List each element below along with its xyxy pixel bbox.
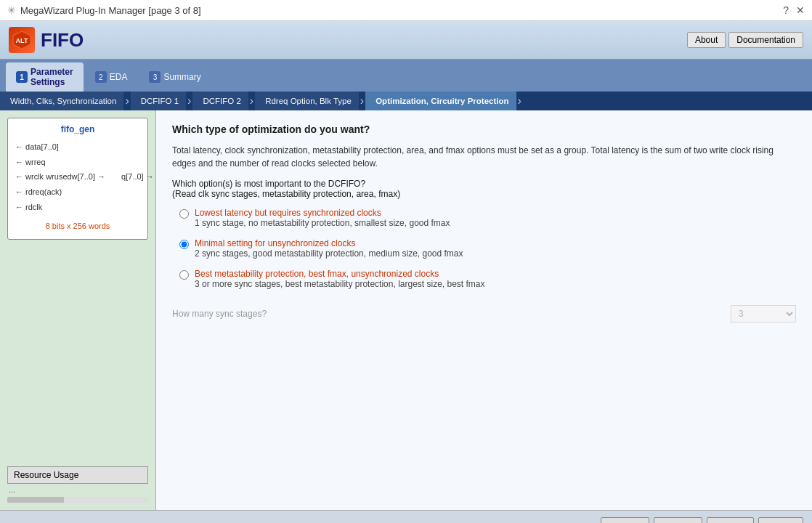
tab-number-1: 1: [16, 71, 28, 83]
logo-icon: ALT: [9, 27, 35, 53]
radio-option-1: Lowest latency but requires synchronized…: [179, 208, 796, 228]
main-area: fifo_gen ← data[7..0] ← wrreq q[7..0] → …: [0, 110, 812, 510]
tab-parameter[interactable]: 1 ParameterSettings: [6, 62, 84, 92]
radio-sub-label-1: 1 sync stage, no metastability protectio…: [195, 218, 450, 228]
tab-label-summary: Summary: [163, 72, 200, 82]
tab-label-parameter: ParameterSettings: [31, 67, 73, 87]
next-button[interactable]: Next >: [707, 517, 754, 524]
tabs-row: 1 ParameterSettings 2 EDA 3 Summary: [0, 60, 812, 92]
sub-question: Which option(s) is most important to the…: [172, 179, 796, 199]
title-bar-left: ✳ MegaWizard Plug-In Manager [page 3 of …: [7, 4, 201, 16]
tab-number-2: 2: [95, 71, 107, 83]
finish-button[interactable]: Finish: [758, 517, 803, 524]
radio-opt2[interactable]: [179, 240, 189, 249]
port-q: q[7..0] →: [107, 155, 154, 199]
radio-label-1: Lowest latency but requires synchronized…: [195, 208, 450, 228]
title-bar-title: MegaWizard Plug-In Manager [page 3 of 8]: [20, 5, 201, 16]
breadcrumb-rdreq[interactable]: Rdreq Option, Blk Type: [255, 92, 359, 110]
tab-number-3: 3: [149, 71, 161, 83]
info-text: Total latency, clock synchronization, me…: [172, 144, 796, 170]
radio-main-label-1: Lowest latency but requires synchronized…: [195, 208, 450, 218]
breadcrumb-optim-label: Optimization, Circuitry Protection: [375, 97, 508, 105]
content-panel: Which type of optimization do you want? …: [156, 110, 812, 510]
fifo-info: 8 bits x 256 words: [14, 219, 142, 233]
radio-group: Lowest latency but requires synchronized…: [179, 208, 796, 289]
cancel-button[interactable]: Cancel: [601, 517, 649, 524]
sync-stages-label: How many sync stages?: [172, 309, 731, 319]
fifo-title: fifo_gen: [14, 124, 142, 134]
breadcrumb-dcfifo1[interactable]: DCFIFO 1: [131, 92, 186, 110]
logo-area: ALT FIFO: [9, 27, 84, 53]
wizard-icon: ✳: [7, 4, 16, 16]
breadcrumb-dcfifo1-label: DCFIFO 1: [141, 97, 179, 105]
title-bar: ✳ MegaWizard Plug-In Manager [page 3 of …: [0, 0, 812, 21]
breadcrumb-width-label: Width, Clks, Synchronization: [10, 97, 116, 105]
footer: Cancel < Back Next > Finish: [0, 510, 812, 523]
close-button[interactable]: ✕: [796, 4, 805, 16]
help-button[interactable]: ?: [783, 4, 789, 16]
breadcrumb-dcfifo2[interactable]: DCFIFO 2: [192, 92, 248, 110]
radio-main-label-3: Best metastability protection, best fmax…: [195, 269, 485, 279]
port-rdreq: ← rdreq(ack): [15, 185, 105, 199]
port-wrclk: ← wrclk wrusedw[7..0] →: [15, 170, 105, 184]
breadcrumb-arrow-5: ›: [518, 94, 521, 108]
breadcrumb-arrow-2: ›: [187, 94, 191, 108]
fifo-diagram: ← data[7..0] ← wrreq q[7..0] → ← wrclk w…: [14, 139, 142, 233]
svg-text:ALT: ALT: [16, 37, 28, 44]
back-button[interactable]: < Back: [654, 517, 702, 524]
header-buttons: About Documentation: [687, 32, 803, 48]
logo-title: FIFO: [41, 29, 84, 52]
radio-label-3: Best metastability protection, best fmax…: [195, 269, 485, 289]
sync-stages-select[interactable]: 3: [731, 305, 796, 323]
fifo-ports-table: ← data[7..0] ← wrreq q[7..0] → ← wrclk w…: [14, 139, 155, 215]
radio-sub-label-2: 2 sync stages, good metastability protec…: [195, 248, 463, 259]
question-title: Which type of optimization do you want?: [172, 123, 796, 135]
radio-option-2: Minimal setting for unsynchronized clock…: [179, 238, 796, 259]
port-wrreq: ← wrreq: [15, 155, 105, 169]
breadcrumb-dcfifo2-label: DCFIFO 2: [203, 97, 240, 105]
breadcrumb-arrow-1: ›: [125, 94, 129, 108]
about-button[interactable]: About: [687, 32, 726, 48]
resource-ellipsis: ...: [7, 485, 148, 494]
radio-option-3: Best metastability protection, best fmax…: [179, 269, 796, 289]
title-bar-controls: ? ✕: [783, 4, 805, 16]
sidebar: fifo_gen ← data[7..0] ← wrreq q[7..0] → …: [0, 110, 156, 510]
fifo-box: fifo_gen ← data[7..0] ← wrreq q[7..0] → …: [7, 118, 148, 240]
radio-main-label-2: Minimal setting for unsynchronized clock…: [195, 238, 463, 248]
documentation-button[interactable]: Documentation: [728, 32, 803, 48]
port-data: ← data[7..0]: [15, 140, 105, 154]
resource-usage-button[interactable]: Resource Usage: [7, 466, 148, 484]
breadcrumb-row: Width, Clks, Synchronization › DCFIFO 1 …: [0, 92, 812, 110]
tab-eda[interactable]: 2 EDA: [85, 62, 138, 92]
tab-label-eda: EDA: [110, 72, 128, 82]
header: ALT FIFO About Documentation: [0, 21, 812, 60]
tab-summary[interactable]: 3 Summary: [139, 62, 211, 92]
breadcrumb-rdreq-label: Rdreq Option, Blk Type: [265, 97, 352, 105]
sidebar-scrollbar[interactable]: [7, 497, 148, 503]
sync-stages-row: How many sync stages? 3: [172, 301, 796, 327]
breadcrumb-arrow-3: ›: [250, 94, 253, 108]
radio-label-2: Minimal setting for unsynchronized clock…: [195, 238, 463, 259]
radio-opt1[interactable]: [179, 209, 189, 219]
breadcrumb-arrow-4: ›: [360, 94, 364, 108]
radio-sub-label-3: 3 or more sync stages, best metastabilit…: [195, 279, 485, 289]
breadcrumb-optim[interactable]: Optimization, Circuitry Protection: [365, 92, 516, 110]
breadcrumb-width[interactable]: Width, Clks, Synchronization: [0, 92, 123, 110]
radio-opt3[interactable]: [179, 270, 189, 280]
port-rdclk: ← rdclk: [15, 200, 105, 214]
